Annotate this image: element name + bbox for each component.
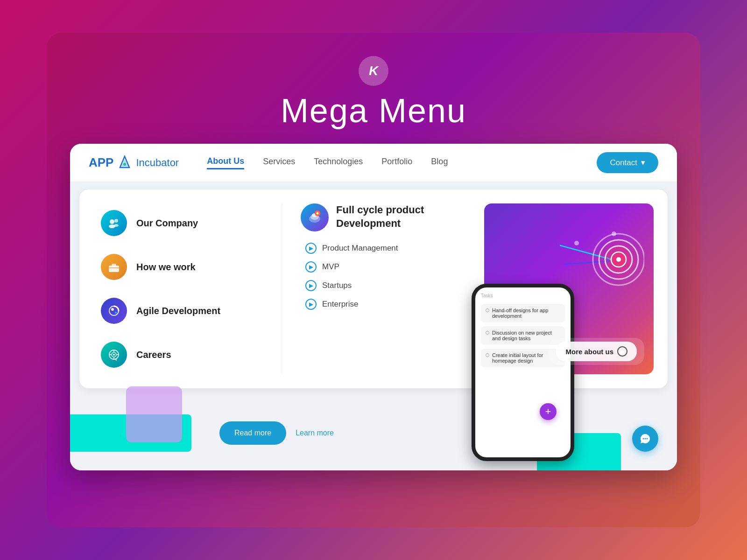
nav-services[interactable]: Services — [263, 157, 295, 168]
brand-logo-icon — [116, 154, 133, 171]
agile-development-label: Agile Development — [136, 306, 220, 316]
dot-1 — [612, 231, 616, 236]
page-content-preview: Read more Learn more Tasks Hand-off desi… — [70, 396, 677, 470]
svg-point-15 — [113, 354, 115, 356]
svg-rect-8 — [112, 264, 116, 266]
page-title: Mega Menu — [281, 91, 466, 130]
sub-links: ▶ Product Management ▶ MVP ▶ Startups ▶ … — [305, 243, 470, 310]
brand: APP Incubator — [89, 154, 179, 171]
navbar: APP Incubator About Us Services Technolo… — [70, 144, 677, 182]
dot-2 — [574, 241, 579, 245]
logo-letter: K — [369, 63, 378, 78]
outer-wrapper: K Mega Menu APP Incubator About Us Servi… — [47, 33, 700, 527]
title-area: K Mega Menu — [281, 42, 466, 144]
sub-link-product-management[interactable]: ▶ Product Management — [305, 243, 470, 254]
agile-icon — [101, 298, 127, 324]
svg-point-12 — [115, 312, 117, 314]
menu-item-agile-development[interactable]: Agile Development — [93, 291, 263, 330]
svg-point-43 — [643, 438, 644, 440]
nav-links: About Us Services Technologies Portfolio… — [207, 156, 597, 169]
svg-point-4 — [114, 219, 118, 223]
menu-item-careers[interactable]: Careers — [93, 335, 263, 374]
phone-task-1: Hand-off designs for app development — [481, 304, 565, 322]
svg-rect-7 — [109, 266, 119, 272]
how-we-work-label: How we work — [136, 262, 196, 273]
brand-incubator-text: Incubator — [136, 157, 179, 169]
contact-button[interactable]: Contact ▾ — [597, 152, 658, 173]
nav-blog[interactable]: Blog — [431, 157, 448, 168]
careers-icon — [101, 342, 127, 368]
purple-rect — [126, 386, 182, 442]
browser-card: APP Incubator About Us Services Technolo… — [70, 144, 677, 470]
svg-point-11 — [111, 308, 114, 311]
chat-bubble-button[interactable] — [632, 426, 658, 452]
menu-item-how-we-work[interactable]: How we work — [93, 247, 263, 287]
mega-menu: Our Company How we work — [79, 189, 668, 388]
nav-about-us[interactable]: About Us — [207, 156, 244, 169]
sub-link-icon-startups: ▶ — [305, 280, 317, 291]
nav-technologies[interactable]: Technologies — [314, 157, 363, 168]
svg-point-36 — [616, 257, 621, 262]
sub-link-icon-pm: ▶ — [305, 243, 317, 254]
svg-point-3 — [110, 219, 114, 224]
menu-left-column: Our Company How we work — [93, 203, 277, 374]
more-about-us-link[interactable]: More about us ▶ — [549, 338, 644, 365]
svg-point-2 — [123, 163, 126, 166]
sub-link-startups[interactable]: ▶ Startups — [305, 280, 470, 291]
menu-divider — [282, 203, 282, 374]
product-title: Full cycle product Development — [336, 203, 424, 230]
product-header: Full cycle product Development — [301, 203, 470, 231]
svg-point-44 — [645, 438, 646, 440]
phone-mockup: Tasks Hand-off designs for app developme… — [472, 284, 574, 461]
svg-rect-9 — [109, 267, 119, 268]
svg-point-45 — [647, 438, 648, 440]
sub-link-enterprise[interactable]: ▶ Enterprise — [305, 299, 470, 310]
product-icon — [301, 203, 329, 231]
careers-label: Careers — [136, 350, 171, 360]
sub-link-icon-mvp: ▶ — [305, 261, 317, 273]
brand-app-text: APP — [89, 155, 113, 170]
preview-learn-more[interactable]: Learn more — [296, 429, 334, 437]
nav-portfolio[interactable]: Portfolio — [381, 157, 412, 168]
chat-icon — [640, 433, 651, 444]
phone-screen: Tasks Hand-off designs for app developme… — [475, 287, 571, 457]
menu-item-our-company[interactable]: Our Company — [93, 203, 263, 243]
sub-link-mvp[interactable]: ▶ MVP — [305, 261, 470, 273]
sub-link-icon-enterprise: ▶ — [305, 299, 317, 310]
phone-fab-button[interactable]: + — [540, 403, 557, 420]
svg-point-6 — [114, 224, 119, 227]
how-we-work-icon — [101, 254, 127, 280]
svg-line-20 — [116, 359, 116, 360]
logo-circle: K — [359, 56, 388, 86]
menu-middle-column: Full cycle product Development ▶ Product… — [287, 203, 484, 374]
our-company-icon — [101, 210, 127, 236]
our-company-label: Our Company — [136, 218, 198, 229]
preview-cta-button[interactable]: Read more — [219, 421, 286, 445]
